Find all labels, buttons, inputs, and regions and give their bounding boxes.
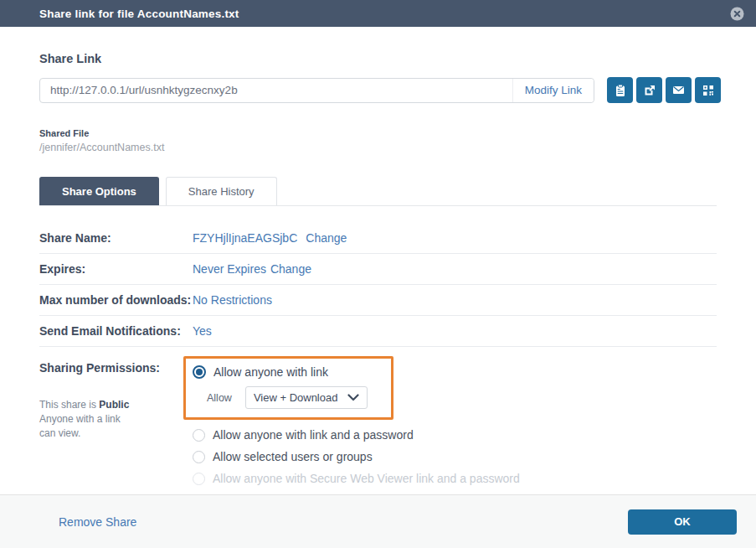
tab-share-history[interactable]: Share History	[166, 177, 277, 205]
allow-level-row: Allow View + Download	[193, 386, 368, 409]
radio-allow-anyone-label: Allow anyone with link	[213, 365, 328, 379]
radio-selected-users-groups[interactable]: Allow selected users or groups	[193, 450, 717, 463]
share-name-value: FZYHjlIjnaEAGSjbC	[193, 231, 297, 245]
radio-selected-icon[interactable]	[193, 365, 206, 379]
permission-level-value: View + Download	[254, 391, 338, 404]
email-notifications-value: Yes	[193, 324, 212, 338]
share-url-input[interactable]	[40, 79, 512, 102]
expires-value: Never Expires	[193, 262, 266, 276]
row-email-notifications: Send Email Notifications: Yes	[39, 316, 717, 347]
dialog-title: Share link for file AccountNames.txt	[39, 8, 239, 20]
copy-to-clipboard-button[interactable]	[607, 77, 633, 103]
row-share-name: Share Name: FZYHjlIjnaEAGSjbC Change	[39, 223, 717, 254]
share-link-dialog: Share link for file AccountNames.txt Sha…	[0, 0, 756, 548]
note-prefix: This share is	[39, 399, 99, 411]
radio-selected-users-groups-label: Allow selected users or groups	[213, 450, 373, 463]
envelope-icon	[671, 83, 686, 97]
radio-allow-anyone-with-link[interactable]: Allow anyone with link	[193, 365, 368, 379]
note-line2: Anyone with a link	[39, 413, 121, 425]
radio-secure-web-viewer: Allow anyone with Secure Web Viewer link…	[193, 472, 717, 485]
qr-code-icon	[702, 84, 715, 97]
shared-file-label: Shared File	[39, 128, 717, 138]
tab-share-options[interactable]: Share Options	[39, 177, 159, 205]
share-visibility-note: This share is Public Anyone with a link …	[39, 398, 165, 441]
link-action-buttons	[607, 77, 721, 103]
radio-disabled-icon	[193, 473, 205, 485]
radio-link-and-password-label: Allow anyone with link and a password	[213, 428, 414, 442]
max-downloads-label: Max number of downloads:	[39, 293, 193, 307]
share-name-change-link[interactable]: Change	[306, 231, 347, 245]
sharing-permissions-left-col: Sharing Permissions: This share is Publi…	[39, 356, 193, 485]
external-link-icon	[643, 84, 656, 97]
expires-change-link[interactable]: Change	[270, 262, 311, 276]
sharing-permissions-label: Sharing Permissions:	[39, 356, 193, 375]
ok-button[interactable]: OK	[628, 509, 737, 535]
radio-secure-web-viewer-label: Allow anyone with Secure Web Viewer link…	[213, 472, 520, 485]
email-notifications-label: Send Email Notifications:	[39, 324, 193, 338]
shared-file-block: Shared File /jennifer/AccountNames.txt	[39, 128, 717, 153]
other-permission-options: Allow anyone with link and a password Al…	[193, 428, 717, 485]
share-link-row: Modify Link	[39, 77, 717, 103]
radio-unselected-icon[interactable]	[193, 451, 205, 463]
tab-bar: Share Options Share History	[39, 177, 717, 206]
share-name-label: Share Name:	[39, 231, 193, 245]
open-link-button[interactable]	[636, 77, 662, 103]
row-max-downloads: Max number of downloads: No Restrictions	[39, 285, 717, 316]
note-public: Public	[99, 399, 129, 411]
expires-label: Expires:	[39, 262, 193, 276]
share-link-input-group: Modify Link	[39, 78, 594, 103]
close-icon-glyph	[730, 7, 744, 21]
email-link-button[interactable]	[666, 77, 692, 103]
max-downloads-value: No Restrictions	[193, 293, 272, 307]
share-link-label: Share Link	[39, 52, 717, 65]
permission-level-select[interactable]: View + Download	[245, 386, 368, 409]
selected-permission-highlight: Allow anyone with link Allow View + Down…	[183, 356, 393, 420]
sharing-permissions-options: Allow anyone with link Allow View + Down…	[193, 356, 717, 485]
clipboard-icon	[614, 84, 627, 97]
radio-link-and-password[interactable]: Allow anyone with link and a password	[193, 428, 717, 442]
share-detail-rows: Share Name: FZYHjlIjnaEAGSjbC Change Exp…	[39, 223, 717, 347]
dialog-titlebar: Share link for file AccountNames.txt	[0, 0, 756, 27]
shared-file-path: /jennifer/AccountNames.txt	[39, 142, 717, 153]
radio-unselected-icon[interactable]	[193, 429, 205, 442]
sharing-permissions-section: Sharing Permissions: This share is Publi…	[39, 347, 717, 485]
dialog-footer: Remove Share OK	[0, 494, 756, 548]
dialog-body: Share Link Modify Link	[0, 27, 756, 494]
chevron-down-icon	[347, 394, 359, 401]
close-icon[interactable]	[730, 7, 744, 21]
qr-code-button[interactable]	[695, 77, 721, 103]
remove-share-button[interactable]: Remove Share	[59, 515, 136, 529]
modify-link-button[interactable]: Modify Link	[512, 79, 594, 102]
note-line3: can view.	[39, 427, 80, 439]
allow-label: Allow	[207, 392, 232, 404]
row-expires: Expires: Never Expires Change	[39, 254, 717, 285]
